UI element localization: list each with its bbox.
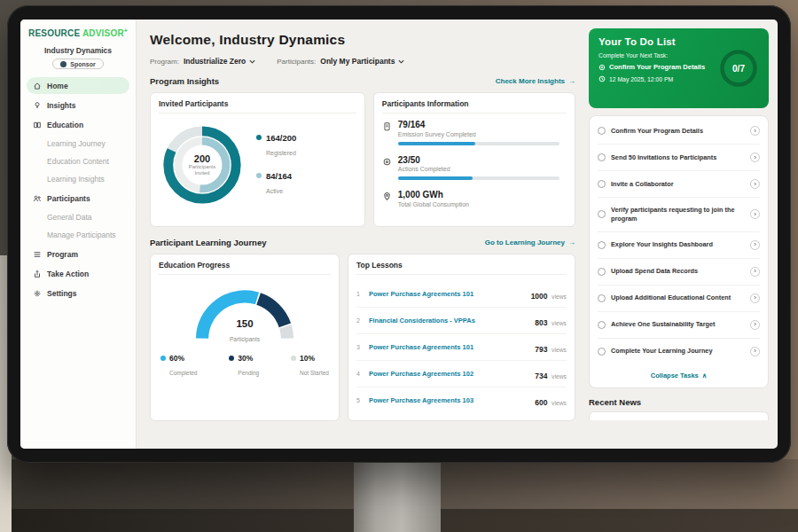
nav-label: Home [47, 82, 68, 90]
todo-tasks-card: Confirm Your Program Details › Send 50 I… [589, 115, 769, 388]
arrow-right-icon: → [568, 239, 575, 246]
task-upload-educational-content[interactable]: Upload Additional Educational Content › [598, 286, 760, 312]
lightbulb-icon [33, 101, 42, 110]
sidebar-item-learning-insights[interactable]: Learning Insights [27, 171, 129, 187]
lesson-link[interactable]: Financial Considerations - VPPAs [369, 317, 528, 325]
learning-journey-header: Participant Learning Journey Go to Learn… [150, 238, 575, 247]
invited-donut-chart: 200 Participants Invited [159, 121, 246, 208]
chevron-right-icon[interactable]: › [750, 347, 760, 356]
lesson-link[interactable]: Power Purchase Agreements 101 [369, 290, 525, 298]
chevron-right-icon[interactable]: › [750, 209, 760, 219]
chevron-right-icon[interactable]: › [750, 267, 760, 277]
program-select[interactable]: Industrialize Zero [184, 57, 255, 66]
education-legend: 60%Completed 30%Pending 10%Not Started [159, 354, 331, 379]
sidebar-item-settings[interactable]: Settings [27, 285, 129, 301]
arrow-right-icon: → [568, 77, 575, 85]
nav-label: Settings [47, 289, 77, 298]
chevron-right-icon[interactable]: › [750, 179, 760, 189]
monitor-stand [354, 461, 441, 532]
checkbox[interactable] [598, 241, 606, 249]
participants-select-value: Only My Participants [320, 57, 395, 66]
sidebar-item-general-data[interactable]: General Data [27, 209, 129, 225]
section-title-program-insights: Program Insights [150, 76, 219, 86]
participants-information-card: Participants Information 79/164 Emission… [373, 92, 575, 227]
chevron-right-icon[interactable]: › [750, 153, 760, 162]
home-icon [33, 82, 42, 90]
lesson-row: 3 Power Purchase Agreements 101 793 view… [356, 334, 567, 361]
legend-not-started: 10%Not Started [291, 354, 329, 379]
sponsor-icon [60, 61, 66, 67]
legend-registered: 164/200 Registered [256, 133, 296, 159]
chevron-down-icon [249, 59, 255, 64]
card-title: Top Lessons [356, 261, 567, 275]
sidebar-item-insights[interactable]: Insights [27, 97, 129, 113]
consumption-stat: 1,000 GWh Total Global Consumption [382, 190, 567, 207]
participants-select[interactable]: Only My Participants [320, 57, 404, 66]
sidebar-item-take-action[interactable]: Take Action [27, 265, 129, 282]
checkbox[interactable] [598, 268, 606, 276]
lesson-link[interactable]: Power Purchase Agreements 101 [369, 343, 528, 351]
gauge-center-label: Participants [230, 336, 260, 342]
nav-label: Participants [47, 194, 90, 203]
insights-cards-row: Invited Participants 200 [150, 92, 575, 227]
sidebar-item-education-content[interactable]: Education Content [27, 153, 129, 169]
task-achieve-sustainability-target[interactable]: Achieve One Sustainability Target › [598, 312, 760, 339]
people-icon [33, 194, 42, 203]
task-confirm-program-details[interactable]: Confirm Your Program Details › [598, 118, 760, 145]
task-complete-learning-journey[interactable]: Complete Your Learning Journey › [598, 339, 760, 364]
task-upload-spend-data[interactable]: Upload Spend Data Records › [598, 259, 760, 286]
brand-logo: RESOURCE ADVISOR+ [27, 27, 129, 38]
lesson-link[interactable]: Power Purchase Agreements 103 [369, 396, 528, 404]
task-send-invitations[interactable]: Send 50 Invitations to Participants › [598, 145, 760, 171]
monitor-bezel: RESOURCE ADVISOR+ Industry Dynamics Spon… [7, 5, 791, 463]
nav-label: Program [47, 250, 78, 259]
task-explore-insights[interactable]: Explore Your Insights Dashboard › [598, 232, 760, 259]
lesson-link[interactable]: Power Purchase Agreements 102 [369, 370, 528, 378]
chevron-right-icon[interactable]: › [750, 320, 760, 330]
sidebar-item-home[interactable]: Home [27, 77, 129, 94]
legend-dot-completed [160, 356, 166, 361]
chevron-right-icon[interactable]: › [750, 126, 760, 136]
checkbox[interactable] [598, 348, 606, 356]
recent-news-header: Recent News [589, 397, 769, 407]
donut-center-value: 200 [194, 153, 210, 164]
checkbox[interactable] [598, 321, 606, 329]
learning-cards-row: Education Progress 150 Participants [150, 254, 575, 421]
todo-title: Your To Do List [598, 36, 759, 47]
sidebar-item-manage-participants[interactable]: Manage Participants [27, 227, 129, 243]
participants-filter: Participants: Only My Participants [277, 57, 404, 66]
program-select-value: Industrialize Zero [184, 57, 246, 66]
nav-label: Take Action [47, 270, 89, 278]
todo-next-task: Confirm Your Program Details [598, 63, 714, 71]
gear-icon [33, 289, 42, 298]
action-upload-icon [33, 270, 42, 278]
todo-summary-card: Your To Do List Complete Your Next Task:… [589, 28, 769, 108]
scene-background: RESOURCE ADVISOR+ Industry Dynamics Spon… [0, 0, 798, 532]
sidebar-item-education[interactable]: Education [27, 116, 129, 133]
legend-dot-registered [256, 135, 262, 140]
sidebar-item-participants[interactable]: Participants [27, 190, 129, 207]
chevron-right-icon[interactable]: › [750, 240, 760, 250]
go-to-learning-journey-link[interactable]: Go to Learning Journey → [485, 239, 575, 246]
participants-filter-label: Participants: [277, 58, 316, 66]
target-icon [382, 157, 392, 167]
checkbox[interactable] [598, 294, 606, 302]
legend-pending: 30%Pending [229, 354, 259, 379]
task-verify-participants[interactable]: Verify participants requesting to join t… [598, 198, 760, 232]
sponsor-badge: Sponsor [52, 59, 103, 69]
checkbox[interactable] [598, 127, 606, 135]
check-more-insights-link[interactable]: Check More Insights → [496, 77, 575, 85]
chevron-right-icon[interactable]: › [750, 293, 760, 303]
card-title: Participants Information [382, 99, 567, 113]
sidebar-item-learning-journey[interactable]: Learning Journey [27, 136, 129, 152]
legend-active: 84/164 Active [256, 171, 296, 197]
task-invite-collaborator[interactable]: Invite a Collaborator › [598, 171, 760, 198]
sidebar-nav: Home Insights Education Learning Journey… [27, 77, 129, 301]
collapse-tasks-button[interactable]: Collapse Tasks ∧ [598, 364, 760, 387]
sidebar-item-program[interactable]: Program [27, 246, 129, 262]
lesson-row: 5 Power Purchase Agreements 103 600 view… [356, 387, 567, 413]
checkbox[interactable] [598, 153, 606, 161]
checkbox[interactable] [598, 210, 606, 218]
program-filter: Program: Industrialize Zero [150, 57, 255, 66]
checkbox[interactable] [598, 180, 606, 188]
